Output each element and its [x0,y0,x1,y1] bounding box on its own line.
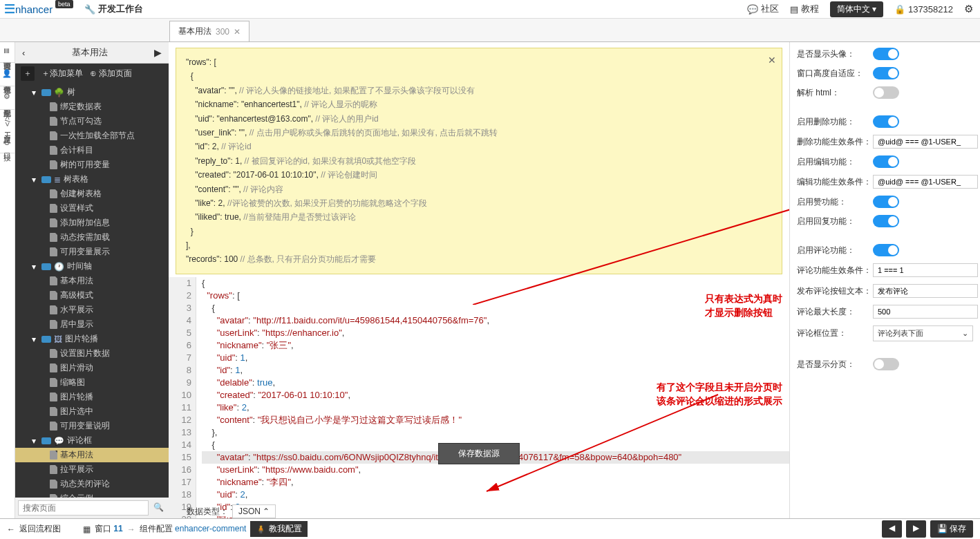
tree-group[interactable]: ▾ ≣ 树表格 [15,172,169,187]
side-tab-global[interactable]: ⚙全局配置 [0,86,15,110]
tree-item[interactable]: 水平展示 [15,303,169,317]
tree-item[interactable]: 图片轮播 [15,390,169,404]
add-menu-button[interactable]: ＋添加菜单 [41,68,83,79]
toggle[interactable] [873,48,899,60]
code-icon: </> [3,115,12,126]
tutorial-link[interactable]: ▤教程 [790,3,819,15]
chevron-left-icon[interactable]: ‹ [22,48,25,58]
annotation-1: 只有表达式为真时 才显示删除按钮 [705,292,782,319]
tree-item[interactable]: 会计科目 [15,143,169,158]
add-page-button[interactable]: ⊕ 添加页面 [90,68,132,79]
tree-item[interactable]: 基本用法 [15,274,169,288]
book-icon: ▤ [790,4,798,15]
tree-item[interactable]: 设置样式 [15,201,169,216]
tree-item[interactable]: 缩略图 [15,375,169,390]
tree-item[interactable]: 设置图片数据 [15,346,169,361]
tree-item[interactable]: 综合示例 [15,491,169,498]
toggle[interactable] [873,155,899,168]
prop-row: 启用赞功能： [797,196,973,208]
tree-item[interactable]: 居中显示 [15,317,169,332]
prop-row: 删除功能生效条件： [797,135,973,149]
save-button[interactable]: 💾 保存 [930,520,973,538]
tree-group[interactable]: ▾ 💬 评论框 [15,433,169,448]
wrench-icon: 🔧 [84,4,95,15]
tree-item[interactable]: 可用变量说明 [15,419,169,433]
toggle[interactable] [873,86,899,99]
toggle[interactable] [873,115,899,128]
gear-icon[interactable]: ⚙ [964,3,973,15]
data-type-select[interactable]: JSON ⌃ [232,504,276,518]
prop-select[interactable]: 评论列表下面⌄ [873,325,973,341]
tree-item[interactable]: 一次性加载全部节点 [15,129,169,143]
crumb-component[interactable]: 组件配置 enhancer-comment [140,523,247,535]
tree-item[interactable]: 动态按需加载 [15,230,169,245]
prop-row: 解析 html： [797,86,973,99]
prop-row: 启用评论功能： [797,244,973,256]
language-button[interactable]: 简体中文 ▾ [830,1,883,17]
prop-input[interactable] [873,284,978,298]
tree-item[interactable]: 基本用法 [15,448,169,462]
back-arrow-icon[interactable]: ← [7,524,15,534]
prop-input[interactable] [873,175,978,189]
dev-workbench-link[interactable]: 🔧 开发工作台 [84,3,143,15]
logo[interactable]: ☰nhancer [0,1,57,17]
prop-row: 编辑功能生效条件： [797,175,973,189]
tree-item[interactable]: 高级模式 [15,288,169,303]
tree-item[interactable]: 添加附加信息 [15,216,169,230]
side-tab-role[interactable]: 👤角色管理 [0,63,15,86]
prop-label: 启用删除功能： [797,116,873,128]
prop-label: 是否显示分页： [797,359,873,370]
prev-button[interactable]: ◀ [882,520,902,538]
tree-panel: ‹ 基本用法 ▶ ＋ ＋添加菜单 ⊕ 添加页面 ▾ 🌳 树 绑定数据表 节点可勾… [15,42,169,518]
community-link[interactable]: 💬社区 [747,3,779,15]
tree-item[interactable]: 可用变量展示 [15,245,169,259]
user-id[interactable]: 🔒137358212 [894,4,953,15]
next-button[interactable]: ▶ [906,520,926,538]
prop-input[interactable] [873,263,978,277]
prop-label: 发布评论按钮文本： [797,285,873,297]
close-icon[interactable]: ✕ [768,53,776,69]
tree-group[interactable]: ▾ 🕐 时间轴 [15,259,169,274]
tabs-row: 基本用法 300 ✕ [0,19,980,42]
toggle[interactable] [873,67,899,79]
schema-hint-box: ✕ "rows": [ { "avatar": "", // 评论人头像的链接地… [176,48,782,274]
gear-icon: ⚙ [3,92,12,101]
tree-item[interactable]: 图片滑动 [15,361,169,375]
side-tab-http[interactable]: </>自定义 Http 接口 [0,110,15,153]
crumb-window[interactable]: 窗口 11 [95,523,123,535]
search-input[interactable] [18,500,149,516]
lock-icon: 🔒 [894,4,905,15]
tab-basic-usage[interactable]: 基本用法 300 ✕ [169,21,249,41]
side-tab-page[interactable]: ≣页面管理 [0,42,15,63]
toggle[interactable] [873,215,899,227]
tree-item[interactable]: 树的可用变量 [15,158,169,172]
tree-item[interactable]: 节点可勾选 [15,114,169,129]
prop-label: 评论功能生效条件： [797,265,873,276]
prop-label: 评论最大长度： [797,306,873,318]
prop-label: 启用回复功能： [797,216,873,227]
tree-item[interactable]: 图片选中 [15,404,169,419]
prop-label: 启用编辑功能： [797,156,873,168]
toggle[interactable] [873,196,899,208]
prop-row: 发布评论按钮文本： [797,284,973,298]
prop-input[interactable] [873,135,978,149]
close-icon[interactable]: ✕ [234,27,241,37]
tree-group[interactable]: ▾ 🌳 树 [15,85,169,100]
help-button[interactable]: 🧍教我配置 [250,521,308,537]
search-icon[interactable]: 🔍 [151,500,166,516]
toggle[interactable] [873,358,899,370]
add-icon[interactable]: ＋ [21,66,35,81]
tree[interactable]: ▾ 🌳 树 绑定数据表 节点可勾选 一次性加载全部节点 会计科目 树的可用变量▾… [15,84,169,498]
prop-row: 是否显示头像： [797,48,973,60]
tree-item[interactable]: 绑定数据表 [15,100,169,114]
play-icon[interactable]: ▶ [154,47,162,58]
tree-item[interactable]: 动态关闭评论 [15,477,169,491]
tree-group[interactable]: ▾ 🖼 图片轮播 [15,332,169,346]
topbar: ☰nhancer beta 🔧 开发工作台 💬社区 ▤教程 简体中文 ▾ 🔒13… [0,0,980,19]
back-to-flow-link[interactable]: 返回流程图 [19,523,61,535]
tree-item[interactable]: 拉平展示 [15,462,169,477]
toggle[interactable] [873,244,899,256]
prop-input[interactable] [873,305,978,319]
tree-item[interactable]: 创建树表格 [15,187,169,201]
save-datasource-button[interactable]: 保存数据源 [438,443,520,464]
